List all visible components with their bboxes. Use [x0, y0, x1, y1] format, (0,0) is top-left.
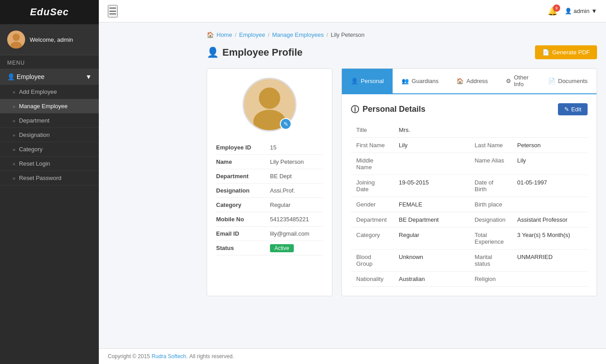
profile-info-row-mobile: Mobile No 541235485221 — [216, 212, 323, 227]
detail-value: Lily — [394, 138, 469, 153]
sidebar-employee-section[interactable]: 👤 Employee ▼ — [0, 69, 99, 85]
status-badge: Active — [270, 244, 294, 252]
home-icon: 🏠 — [456, 78, 464, 84]
profile-info-row-dept: Department BE Dept — [216, 169, 323, 184]
admin-menu-button[interactable]: 👤 admin ▼ — [565, 8, 597, 14]
detail-value2: 3 Year(s) 5 Month(s) — [512, 228, 588, 250]
chevron-right-icon: » — [13, 132, 15, 138]
detail-label2 — [469, 123, 512, 138]
table-row: Middle Name Name Alias Lily — [351, 153, 588, 175]
table-row: Department BE Department Designation Ass… — [351, 212, 588, 228]
sidebar-item-label: Add Employee — [19, 88, 57, 95]
detail-value: 19-05-2015 — [394, 175, 469, 197]
notification-badge: 9 — [553, 4, 560, 12]
designation-label: Designation — [216, 187, 270, 194]
table-row: Title Mrs. — [351, 123, 588, 138]
breadcrumb-employee[interactable]: Employee — [239, 31, 265, 38]
sidebar: EduSec Welcome, admin Menu 👤 Employee ▼ … — [0, 0, 99, 364]
table-row: Nationality Australian Religion — [351, 272, 588, 287]
detail-value: Unknown — [394, 250, 469, 272]
tabs-header: 👤Personal👥Guardians🏠Address⚙Other Info📄D… — [342, 69, 597, 94]
mobile-value: 541235485221 — [270, 216, 309, 223]
tab-address[interactable]: 🏠Address — [447, 69, 497, 94]
tab-guardians[interactable]: 👥Guardians — [393, 69, 447, 94]
detail-value: BE Department — [394, 212, 469, 228]
chevron-down-icon: ▼ — [85, 73, 92, 80]
dropdown-arrow-icon: ▼ — [591, 8, 597, 14]
name-value: Lily Peterson — [270, 158, 304, 165]
detail-label: Gender — [351, 197, 394, 212]
chevron-right-icon: » — [13, 161, 15, 167]
tab-personal[interactable]: 👤Personal — [342, 69, 393, 94]
sidebar-item-manage-employee[interactable]: »Manage Employee — [0, 99, 99, 114]
avatar-edit-button[interactable]: ✎ — [280, 118, 292, 130]
detail-label2: Designation — [469, 212, 512, 228]
profile-tabs-area: 👤Personal👥Guardians🏠Address⚙Other Info📄D… — [341, 68, 597, 296]
pdf-icon: 📄 — [542, 49, 549, 56]
tab-other-info[interactable]: ⚙Other Info — [497, 69, 539, 94]
generate-pdf-button[interactable]: 📄 Generate PDF — [535, 45, 597, 59]
notification-button[interactable]: 🔔 9 — [548, 6, 557, 16]
avatar-container: ✎ — [216, 78, 323, 132]
detail-label: Category — [351, 228, 394, 250]
pencil-icon: ✎ — [564, 106, 569, 113]
detail-label: Title — [351, 123, 394, 138]
designation-value: Assi.Prof. — [270, 187, 295, 194]
svg-point-1 — [10, 42, 22, 48]
detail-value2 — [512, 123, 588, 138]
category-label: Category — [216, 202, 270, 208]
status-label: Status — [216, 245, 270, 251]
tab-documents[interactable]: 📄Documents — [539, 69, 597, 94]
chevron-right-icon: » — [13, 104, 15, 109]
sidebar-item-label: Reset Password — [19, 175, 62, 181]
home-icon: 🏠 — [207, 31, 214, 38]
detail-value2: 01-05-1997 — [512, 175, 588, 197]
profile-info-row-status: Status Active — [216, 241, 323, 255]
edit-button[interactable]: ✎ Edit — [558, 103, 588, 115]
status-value: Active — [270, 245, 294, 251]
breadcrumb-sep2: / — [268, 31, 270, 38]
email-label: Email ID — [216, 230, 270, 237]
category-value: Regular — [270, 202, 291, 208]
chevron-right-icon: » — [13, 118, 15, 123]
profile-info-row-name: Name Lily Peterson — [216, 155, 323, 169]
department-label: Department — [216, 173, 270, 180]
admin-label: admin — [574, 8, 589, 14]
info-icon: ⓘ — [351, 104, 359, 115]
breadcrumb-manage[interactable]: Manage Employees — [272, 31, 324, 38]
sidebar-item-add-employee[interactable]: »Add Employee — [0, 85, 99, 99]
sidebar-item-department[interactable]: »Department — [0, 114, 99, 128]
sidebar-item-label: Reset Login — [19, 160, 50, 167]
detail-label2: Total Experience — [469, 228, 512, 250]
detail-label2: Religion — [469, 272, 512, 287]
section-header: ⓘ Personal Details ✎ Edit — [351, 103, 588, 115]
detail-label2: Birth place — [469, 197, 512, 212]
chevron-right-icon: » — [13, 175, 15, 181]
breadcrumb-current: Lily Peterson — [331, 31, 364, 38]
sidebar-item-reset-login[interactable]: »Reset Login — [0, 157, 99, 171]
detail-value — [394, 153, 469, 175]
footer-company[interactable]: Rudra Softech. — [152, 353, 188, 360]
sidebar-item-label: Category — [19, 146, 43, 153]
section-title: ⓘ Personal Details — [351, 104, 425, 115]
detail-label2: Last Name — [469, 138, 512, 153]
sidebar-item-reset-password[interactable]: »Reset Password — [0, 171, 99, 185]
table-row: Joining Date 19-05-2015 Date of Birth 01… — [351, 175, 588, 197]
chevron-right-icon: » — [13, 89, 15, 95]
sidebar-section-label: Employee — [17, 73, 44, 80]
employee-id-value: 15 — [270, 144, 276, 151]
detail-value2 — [512, 197, 588, 212]
detail-label2: Date of Birth — [469, 175, 512, 197]
hamburger-button[interactable]: ☰ — [108, 5, 118, 18]
detail-label: First Name — [351, 138, 394, 153]
file-icon: 📄 — [548, 78, 555, 84]
sidebar-item-category[interactable]: »Category — [0, 142, 99, 157]
sidebar-items: »Add Employee»Manage Employee»Department… — [0, 85, 99, 185]
sidebar-user: Welcome, admin — [0, 24, 99, 55]
pencil-icon: ✎ — [283, 121, 288, 127]
breadcrumb-home[interactable]: Home — [217, 31, 232, 38]
user-icon: 👤 — [207, 47, 219, 58]
sidebar-item-designation[interactable]: »Designation — [0, 128, 99, 142]
detail-value2: Peterson — [512, 138, 588, 153]
detail-value: FEMALE — [394, 197, 469, 212]
